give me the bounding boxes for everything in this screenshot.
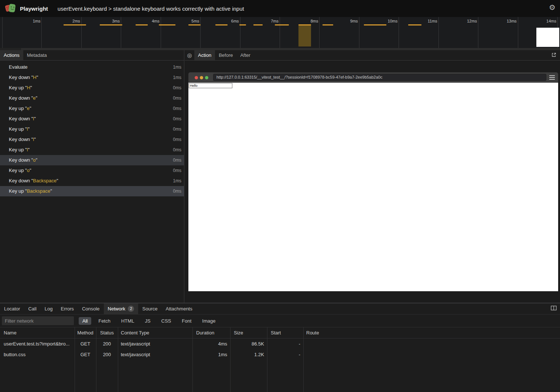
tab-source[interactable]: Source [138, 303, 161, 314]
timeline-tick-label: 14ms [546, 19, 556, 23]
action-row[interactable]: Key up "H"0ms [0, 83, 184, 93]
action-row[interactable]: Key down "o"0ms [0, 155, 184, 165]
tab-action[interactable]: Action [194, 50, 215, 60]
filter-chip-all[interactable]: All [79, 317, 91, 325]
details-tabstrip: LocatorCallLogErrorsConsoleNetwork2Sourc… [0, 303, 560, 314]
action-row[interactable]: Key down "l"0ms [0, 134, 184, 145]
column-header-name[interactable]: Name [0, 327, 75, 338]
timeline-segment[interactable]: 12ms [439, 17, 478, 48]
network-cell [303, 349, 560, 360]
action-duration: 0ms [173, 103, 181, 114]
timeline-segment[interactable]: 10ms [359, 17, 399, 48]
tab-console[interactable]: Console [78, 303, 104, 314]
action-title: Key down " [9, 75, 33, 80]
timeline-segment[interactable]: 1ms [2, 17, 42, 48]
action-close-quote: " [57, 178, 58, 183]
column-header-duration[interactable]: Duration [192, 327, 230, 338]
layout-split-icon[interactable] [551, 306, 557, 310]
tab-attachments[interactable]: Attachments [161, 303, 196, 314]
action-row[interactable]: Key up "e"0ms [0, 103, 184, 114]
timeline-segment[interactable]: 13ms [478, 17, 518, 48]
column-header-start[interactable]: Start [267, 327, 303, 338]
tab-errors[interactable]: Errors [57, 303, 78, 314]
open-snapshot-external-icon[interactable] [551, 52, 557, 58]
column-header-size[interactable]: Size [230, 327, 267, 338]
action-duration: 0ms [173, 134, 181, 145]
network-row[interactable]: button.cssGET200text/javascript1ms1.2K- [0, 349, 560, 360]
filter-chip-font[interactable]: Font [178, 317, 195, 325]
action-row[interactable]: Key up "l"0ms [0, 124, 184, 134]
action-title: Key down " [9, 95, 33, 101]
tab-network[interactable]: Network2 [104, 303, 139, 314]
timeline-segment[interactable]: 6ms [201, 17, 240, 48]
network-cell [303, 338, 560, 349]
action-row[interactable]: Key down "H"1ms [0, 72, 184, 83]
timeline-tick-label: 3ms [112, 19, 120, 23]
filter-chip-html[interactable]: HTML [117, 317, 138, 325]
timeline-segment[interactable]: 5ms [161, 17, 201, 48]
tab-log[interactable]: Log [41, 303, 57, 314]
action-title: Key up " [9, 168, 27, 173]
tab-after[interactable]: After [236, 50, 254, 60]
action-value: o [27, 168, 30, 173]
filter-chip-image[interactable]: Image [198, 317, 219, 325]
settings-gear-icon[interactable]: ⚙ [549, 4, 556, 11]
snapshot-url-bar[interactable]: http://127.0.0.1:63315/__vitest_test__/?… [213, 74, 546, 81]
action-row[interactable]: Key up "l"0ms [0, 145, 184, 155]
test-title: userEvent.keyboard > standalone keyboard… [58, 6, 244, 12]
action-value: Backspace [27, 188, 51, 194]
action-row[interactable]: Key down "l"0ms [0, 114, 184, 124]
tab-metadata[interactable]: Metadata [23, 50, 51, 60]
network-row[interactable]: userEvent.test.ts?import&bro...GET200tex… [0, 338, 560, 349]
timeline-segment[interactable]: 2ms [42, 17, 81, 48]
timeline-segment[interactable]: 9ms [320, 17, 359, 48]
tab-call[interactable]: Call [24, 303, 40, 314]
filter-chip-css[interactable]: CSS [158, 317, 175, 325]
timeline-activity-tick [64, 24, 86, 25]
action-row[interactable]: Evaluate1ms [0, 62, 184, 72]
page-text-input[interactable] [189, 83, 232, 88]
action-duration: 1ms [173, 72, 181, 83]
tab-locator[interactable]: Locator [0, 303, 24, 314]
column-header-status[interactable]: Status [96, 327, 118, 338]
timeline-tick-label: 4ms [152, 19, 160, 23]
filter-chip-fetch[interactable]: Fetch [95, 317, 114, 325]
details-panel: LocatorCallLogErrorsConsoleNetwork2Sourc… [0, 303, 560, 392]
network-cell: GET [75, 349, 96, 360]
traffic-light-red-icon [195, 76, 198, 79]
network-cell: userEvent.test.ts?import&bro... [0, 338, 75, 349]
timeline-segment[interactable]: 7ms [240, 17, 280, 48]
timeline-selected-range[interactable] [298, 24, 311, 47]
browser-menu-icon[interactable] [549, 75, 555, 80]
action-row[interactable]: Key down "Backspace"1ms [0, 176, 184, 186]
column-header-content-type[interactable]: Content Type [118, 327, 192, 338]
column-header-method[interactable]: Method [75, 327, 96, 338]
action-title: Key down " [9, 137, 33, 142]
timeline-segment[interactable]: 3ms [82, 17, 121, 48]
timeline-filmstrip-thumbnail[interactable] [536, 28, 559, 47]
action-title: Key down " [9, 116, 33, 121]
action-row[interactable]: Key up "Backspace"0ms [0, 186, 184, 196]
tab-label: Log [45, 306, 53, 312]
actions-tabstrip: ActionsMetadata [0, 50, 184, 61]
action-row[interactable]: Key up "o"0ms [0, 165, 184, 176]
action-close-quote: " [28, 147, 30, 152]
timeline-ruler[interactable]: 1ms2ms3ms4ms5ms6ms7ms8ms9ms10ms11ms12ms1… [0, 17, 560, 48]
action-title: Key up " [9, 188, 27, 194]
pick-locator-icon[interactable]: ◎ [185, 50, 194, 60]
network-cell: text/javascript [118, 349, 192, 360]
filter-chip-js[interactable]: JS [141, 317, 154, 325]
timeline-activity-tick [253, 24, 263, 25]
network-filter-input[interactable] [2, 316, 74, 325]
action-duration: 0ms [173, 186, 181, 196]
tab-actions[interactable]: Actions [0, 50, 23, 60]
app-name: Playwright [20, 6, 48, 12]
column-header-route[interactable]: Route [303, 327, 560, 338]
timeline-segment[interactable]: 4ms [121, 17, 161, 48]
tab-label: Attachments [165, 306, 192, 312]
network-cell: 1ms [192, 349, 230, 360]
action-row[interactable]: Key down "e"0ms [0, 93, 184, 103]
tab-before[interactable]: Before [215, 50, 236, 60]
action-title: Evaluate [9, 64, 28, 70]
timeline-segment[interactable]: 11ms [399, 17, 438, 48]
